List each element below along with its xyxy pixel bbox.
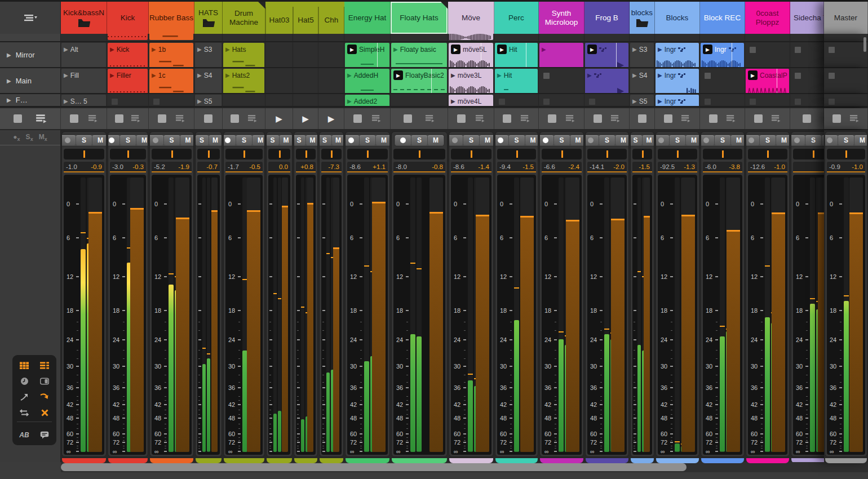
clip-cell[interactable]: ▶S3: [630, 42, 655, 68]
mute-button[interactable]: M: [570, 135, 584, 145]
stop-scenes-icon[interactable]: [36, 114, 47, 123]
record-arm-button[interactable]: [656, 135, 669, 145]
volume-fader[interactable]: [818, 178, 824, 452]
pan-control[interactable]: [587, 149, 627, 159]
record-arm-button[interactable]: [61, 135, 76, 145]
pan-control[interactable]: [347, 149, 388, 159]
clip-cell[interactable]: ▶CoastalP: [745, 68, 790, 94]
fader-value[interactable]: -0.5: [249, 163, 260, 170]
clip-Hit[interactable]: ▶Hit: [495, 69, 538, 94]
track-header-cell[interactable]: Hat5: [293, 2, 318, 34]
pan-control[interactable]: [451, 149, 491, 159]
stop-track-scenes-icon[interactable]: [610, 114, 620, 122]
clip-Fill[interactable]: ▶Fill: [61, 69, 106, 94]
redo-curve-icon[interactable]: [40, 392, 49, 401]
track-header-2[interactable]: Rubber Bass: [149, 2, 194, 34]
record-arm-button[interactable]: [585, 135, 599, 145]
record-arm-button[interactable]: [449, 135, 463, 145]
clip-S4[interactable]: ▶S4: [630, 69, 654, 94]
clip-cell[interactable]: [265, 34, 293, 42]
clip-cell[interactable]: [790, 94, 824, 107]
peak-value[interactable]: -9.4: [499, 163, 511, 170]
record-arm-button[interactable]: [149, 135, 163, 145]
record-arm-button[interactable]: [791, 135, 805, 145]
clip-Floaty basic[interactable]: ▶Floaty basic: [391, 43, 447, 68]
track-header-cell[interactable]: Floaty Hats: [391, 2, 448, 34]
scene-play-arrow[interactable]: ▶: [7, 97, 11, 103]
clip-cell[interactable]: [584, 94, 630, 107]
clip-unnamed[interactable]: ▶: [585, 43, 628, 68]
empty-clip-slot[interactable]: [543, 73, 550, 79]
fader-value[interactable]: -2.0: [613, 163, 625, 170]
clip-cell[interactable]: ▶: [584, 42, 630, 68]
clip-cell[interactable]: ▶Hats: [223, 42, 265, 68]
peak-value[interactable]: -3.0: [112, 163, 123, 170]
track-header-cell[interactable]: Chh: [318, 2, 344, 34]
record-arm-button[interactable]: [495, 135, 508, 145]
clip-play-button[interactable]: ▶: [497, 45, 507, 54]
clip-cell[interactable]: [318, 68, 344, 94]
stop-track-button[interactable]: [158, 114, 166, 123]
clip-launch-arrow[interactable]: ▶: [110, 72, 114, 78]
pan-control[interactable]: [703, 149, 742, 159]
mute-button[interactable]: M: [376, 135, 390, 145]
peak-value[interactable]: -8.6: [453, 163, 464, 170]
clip-cell[interactable]: [293, 42, 318, 68]
pan-control[interactable]: [296, 149, 316, 159]
track-header-cell[interactable]: Perc: [494, 2, 539, 34]
track-header-6[interactable]: Hat5: [293, 7, 318, 34]
clip-cell[interactable]: [391, 94, 448, 107]
fader-value[interactable]: +0.8: [300, 163, 313, 170]
empty-clip-slot[interactable]: [153, 99, 160, 105]
solo-button[interactable]: S: [599, 135, 615, 145]
fader-value[interactable]: -1.0: [852, 163, 863, 170]
fader-value[interactable]: -1.0: [774, 163, 785, 170]
clip-cell[interactable]: ▶Hit: [494, 42, 539, 68]
solo-button[interactable]: S: [120, 135, 136, 145]
solo-button[interactable]: S: [236, 135, 252, 145]
volume-fader[interactable]: [333, 178, 339, 452]
track-header-15[interactable]: Blocks: [655, 2, 700, 34]
scrollbar-thumb[interactable]: [61, 463, 687, 471]
empty-clip-slot[interactable]: [829, 73, 835, 79]
clip-launch-arrow[interactable]: ▶: [197, 72, 202, 78]
arrow-up-right-icon[interactable]: [20, 392, 29, 401]
clip-launch-arrow[interactable]: ▶: [632, 72, 637, 78]
clip-cell[interactable]: [824, 68, 868, 94]
clip-möve5L[interactable]: ▶möve5L: [449, 43, 493, 68]
clip-launch-arrow[interactable]: ▶: [658, 72, 662, 78]
record-arm-button[interactable]: [108, 135, 119, 145]
clip-möve4L[interactable]: ▶möve4L: [449, 95, 493, 107]
clip-cell[interactable]: ▶Hats2: [223, 68, 265, 94]
clip-cell[interactable]: [700, 34, 745, 42]
fader-value[interactable]: 0.0: [279, 163, 288, 170]
clip-cell[interactable]: [293, 68, 318, 94]
mute-button[interactable]: M: [428, 135, 444, 145]
solo-button[interactable]: S: [319, 135, 331, 145]
pan-control[interactable]: [658, 149, 697, 159]
clip-cell[interactable]: [107, 34, 149, 42]
clip-cell[interactable]: [318, 94, 344, 107]
volume-fader[interactable]: [476, 178, 489, 452]
volume-fader[interactable]: [282, 178, 288, 452]
track-header-1[interactable]: Kick: [107, 2, 149, 34]
scene-play-arrow[interactable]: ▶: [7, 52, 11, 58]
fader-value[interactable]: -1.4: [478, 163, 489, 170]
empty-clip-slot[interactable]: [795, 73, 801, 79]
record-arm-button[interactable]: [539, 135, 553, 145]
clip-S… 5[interactable]: ▶S… 5: [61, 95, 106, 107]
empty-clip-slot[interactable]: [829, 99, 835, 105]
stop-track-button[interactable]: [594, 114, 602, 123]
track-header-14[interactable]: blocks: [630, 2, 655, 34]
track-header-cell[interactable]: Energy Hat: [344, 2, 391, 34]
clip-cell[interactable]: [824, 94, 868, 107]
fader-value[interactable]: -1.9: [178, 163, 189, 170]
clip-cell[interactable]: [790, 68, 824, 94]
peak-value[interactable]: -6.0: [705, 163, 716, 170]
pan-control[interactable]: [152, 149, 192, 159]
record-arm-button[interactable]: [345, 135, 359, 145]
track-header-9[interactable]: Floaty Hats: [391, 2, 448, 34]
peak-value[interactable]: -6.6: [544, 163, 555, 170]
track-header-cell[interactable]: Blocks: [655, 2, 700, 34]
clip-1b[interactable]: ▶1b: [149, 43, 193, 68]
